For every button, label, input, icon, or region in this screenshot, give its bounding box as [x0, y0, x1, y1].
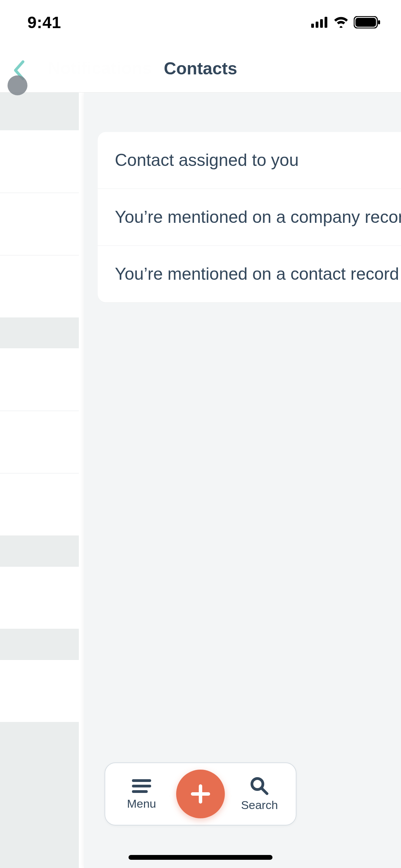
plus-icon: [189, 782, 212, 806]
under-page: Assignments Contacts and companies Share…: [0, 93, 79, 868]
list-item[interactable]: Troubleshoot Notifications: [0, 660, 79, 722]
svg-rect-2: [320, 19, 323, 28]
svg-rect-5: [355, 18, 376, 27]
menu-button[interactable]: Menu: [118, 778, 166, 810]
list-item[interactable]: [0, 473, 79, 535]
status-icons-group: [311, 16, 380, 28]
nav-bar: Contacts: [0, 45, 401, 93]
svg-rect-3: [325, 17, 327, 28]
card-row[interactable]: You’re mentioned on a contact record: [98, 246, 401, 302]
list-item[interactable]: Contacts and companies: [0, 193, 79, 255]
list-item[interactable]: Shared email content: [0, 255, 79, 317]
svg-rect-1: [316, 22, 318, 28]
card-row[interactable]: You’re mentioned on a company record: [98, 189, 401, 246]
list-item[interactable]: [0, 348, 79, 411]
bottom-dock: Menu Search: [105, 762, 296, 825]
contacts-page: Contact assigned to you You’re mentioned…: [84, 93, 401, 868]
page-title: Contacts: [164, 59, 237, 79]
list-item[interactable]: Workflows: [0, 566, 79, 629]
card-row[interactable]: Contact assigned to you: [98, 132, 401, 189]
svg-line-13: [262, 788, 267, 794]
notification-card: Contact assigned to you You’re mentioned…: [98, 132, 401, 302]
list-item[interactable]: [0, 411, 79, 473]
list-item[interactable]: Assignments: [0, 130, 79, 193]
wifi-icon: [333, 17, 349, 28]
search-label: Search: [241, 798, 278, 812]
card-row-label: Contact assigned to you: [115, 150, 299, 170]
svg-rect-0: [311, 24, 314, 28]
search-icon: [249, 776, 270, 796]
svg-rect-6: [378, 20, 380, 24]
add-button[interactable]: [176, 770, 225, 818]
status-bar: 9:41: [0, 0, 401, 45]
card-row-label: You’re mentioned on a company record: [115, 207, 401, 227]
menu-icon: [131, 778, 152, 794]
touch-indicator: [8, 75, 27, 95]
search-button[interactable]: Search: [235, 776, 283, 812]
battery-icon: [354, 16, 380, 28]
menu-label: Menu: [127, 797, 156, 810]
home-indicator[interactable]: [129, 855, 272, 860]
cellular-icon: [311, 17, 328, 28]
status-time: 9:41: [27, 13, 61, 32]
card-row-label: You’re mentioned on a contact record: [115, 264, 399, 284]
